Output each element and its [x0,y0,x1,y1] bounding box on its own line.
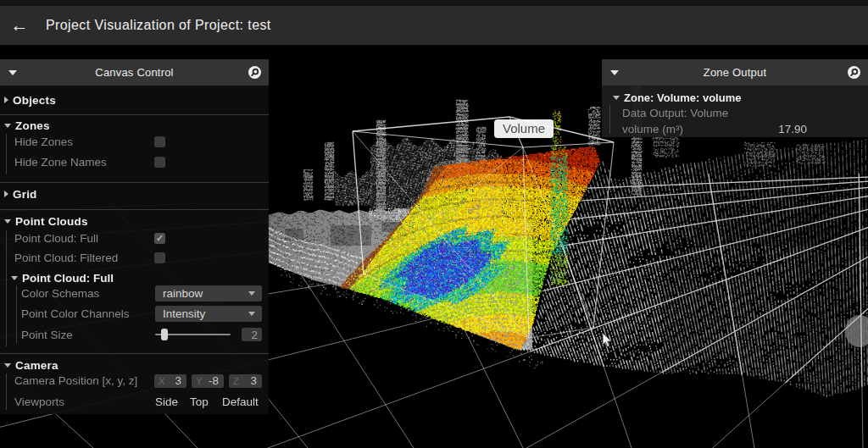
volume-metric-row: volume (m³) 17.90 [602,121,868,137]
point-size-value[interactable]: 2 [242,328,262,341]
row-label: Viewports [14,395,64,408]
indent-line [16,285,17,343]
zone-output-body: Zone: Volume: volume Data Output: Volume… [602,86,868,137]
control-row-grid[interactable]: Grid [0,183,269,205]
magnifier-circle-bg [848,66,860,79]
zone-volume-label: Volume [494,119,554,138]
chevron-down-icon [613,96,620,100]
checkbox[interactable] [154,252,165,263]
canvas-control-body: ObjectsZonesHide ZonesHide Zone NamesGri… [0,86,269,414]
row-label: Grid [13,188,37,201]
row-label: Objects [13,94,56,107]
page-title: Project Visualization of Project: test [46,18,271,33]
dropdown-value: Intensity [163,307,205,320]
zone-output-panel: Zone Output Zone: Volume: volume Data Ou… [602,59,868,137]
checkbox-checked[interactable]: ✓ [154,233,165,244]
row-label: Camera Position [x, y, z] [14,374,137,387]
section-divider [0,353,269,354]
back-button[interactable]: ← [0,6,39,45]
data-output-row: Data Output: Volume [602,106,868,119]
data-output-label: Data Output: Volume [622,107,728,119]
row-label: Point Cloud: Full [22,272,114,285]
canvas-control-title: Canvas Control [0,66,269,79]
axis-value: -8 [209,374,219,387]
control-row-objects[interactable]: Objects [0,86,269,114]
cursor-arrow-shape [603,333,611,347]
chevron-down-icon [4,219,11,224]
row-label: Camera [15,359,58,372]
chevron-down-icon [4,124,11,128]
chevron-right-icon [4,97,8,103]
control-row-camera-position-x-y-z-: Camera Position [x, y, z]X3Y-8Z3 [0,373,269,388]
chevron-down-icon [11,276,18,280]
row-label: Point Size [21,329,73,341]
point-size-slider-handle[interactable] [161,329,168,340]
row-label: Hide Zones [14,136,73,148]
title-bar: ← Project Visualization of Project: test [0,6,868,45]
magnifier-handle [851,74,853,75]
control-row-hide-zone-names: Hide Zone Names [0,153,269,171]
section-divider [0,182,269,183]
control-row-point-clouds[interactable]: Point Clouds [0,210,269,232]
chevron-right-icon [4,191,8,197]
control-row-color-schemas: Color Schemasrainbow [0,285,269,301]
camera-pos-x-input[interactable]: X3 [154,374,186,388]
row-label: Point Color Channels [21,307,130,320]
row-label: Point Cloud: Full [14,232,98,245]
dropdown-color-schemas[interactable]: rainbow [155,285,262,301]
camera-pos-y-input[interactable]: Y-8 [192,374,224,388]
row-label: Zones [15,119,50,132]
zone-entry-label: Zone: Volume: volume [624,91,741,104]
magnifier-icon[interactable] [248,66,261,79]
window-top-strip [0,0,868,6]
control-row-viewports: ViewportsSideTopDefault [0,393,269,410]
indent-line [6,134,7,174]
viewport-btn-top[interactable]: Top [190,395,209,408]
section-divider [0,209,269,210]
chevron-down-icon [248,291,255,296]
checkbox[interactable] [154,157,165,168]
row-label: Point Clouds [15,215,88,228]
control-row-point-cloud-filtered: Point Cloud: Filtered [0,250,269,266]
row-label: Point Cloud: Filtered [14,252,118,264]
axis-value: 3 [250,374,257,387]
magnifier-icon[interactable] [848,66,860,79]
app-window: Volume ← Project Visualization of Projec… [0,0,868,448]
section-divider [0,114,269,115]
mouse-cursor [602,333,614,350]
axis-prefix: X [159,376,175,386]
viewport-btn-default[interactable]: Default [222,395,259,408]
control-row-point-size: Point Size2 [0,326,269,343]
canvas-control-panel: Canvas Control ObjectsZonesHide ZonesHid… [0,59,269,414]
indent-line [6,230,7,346]
chevron-down-icon [248,312,255,316]
axis-value: 3 [175,374,181,387]
dropdown-point-color-channels[interactable]: Intensity [155,306,262,322]
control-row-point-cloud-full[interactable]: Point Cloud: Full [0,270,269,286]
control-row-point-color-channels: Point Color ChannelsIntensity [0,306,269,322]
viewport-btn-side[interactable]: Side [155,395,178,408]
control-row-hide-zones: Hide Zones [0,134,269,150]
magnifier-handle [252,74,253,75]
zone-output-title: Zone Output [602,66,868,79]
axis-prefix: Y [196,376,209,386]
indent-line [6,373,7,410]
canvas-control-header[interactable]: Canvas Control [0,59,269,86]
dropdown-value: rainbow [163,287,203,300]
camera-pos-z-input[interactable]: Z3 [229,374,262,388]
control-row-zones[interactable]: Zones [0,115,269,136]
zone-output-header[interactable]: Zone Output [602,59,868,86]
axis-prefix: Z [233,376,250,386]
volume-metric-value: 17.90 [778,123,807,136]
control-row-point-cloud-full: Point Cloud: Full✓ [0,230,269,246]
checkbox[interactable] [154,136,165,147]
row-label: Hide Zone Names [14,156,107,169]
volume-metric-label: volume (m³) [622,123,683,136]
magnifier-circle-bg [248,66,261,79]
chevron-down-icon [4,363,11,368]
row-label: Color Schemas [21,287,99,300]
back-arrow-icon: ← [11,15,29,36]
control-row-camera[interactable]: Camera [0,357,269,374]
